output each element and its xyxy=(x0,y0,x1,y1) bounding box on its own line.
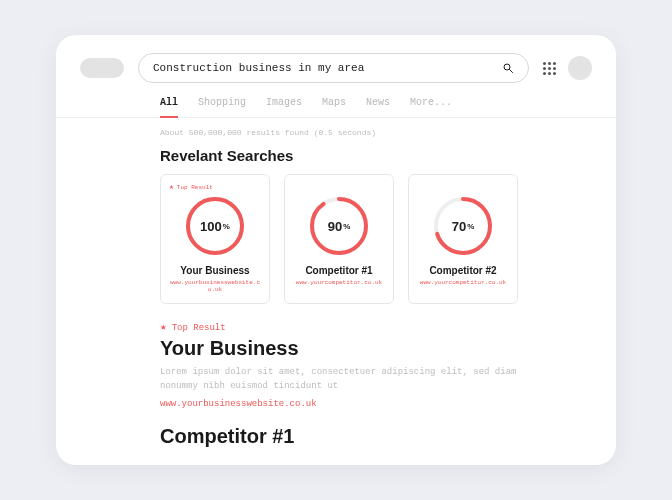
top-bar xyxy=(56,35,616,93)
tabs: All Shopping Images Maps News More... xyxy=(56,93,616,118)
tab-maps[interactable]: Maps xyxy=(322,93,346,117)
star-icon: ★ xyxy=(160,322,167,333)
result-description: Lorem ipsum dolor sit amet, consectetuer… xyxy=(160,366,520,393)
search-bar[interactable] xyxy=(138,53,529,83)
relevance-percent: 100% xyxy=(184,195,246,257)
results-body: About 500,000,000 results found (0.5 sec… xyxy=(56,118,616,465)
relevance-card[interactable]: ★Top Result 100% Your Business www.yourb… xyxy=(160,174,270,304)
result-url[interactable]: www.yourbusinesswebsite.co.uk xyxy=(160,399,576,409)
relevance-card[interactable]: 70% Competitor #2 www.yourcompetitor.co.… xyxy=(408,174,518,304)
relevance-ring: 70% xyxy=(432,195,494,257)
relevance-cards: ★Top Result 100% Your Business www.yourb… xyxy=(160,174,616,304)
apps-grid-icon[interactable] xyxy=(543,62,556,75)
relevance-percent: 90% xyxy=(308,195,370,257)
search-input[interactable] xyxy=(153,62,494,74)
tab-more[interactable]: More... xyxy=(410,93,452,117)
logo-placeholder xyxy=(80,58,124,78)
top-result-badge: ★Top Result xyxy=(169,183,213,191)
card-url[interactable]: www.yourcompetitor.co.uk xyxy=(420,279,506,286)
card-title: Competitor #1 xyxy=(305,265,372,276)
card-url[interactable]: www.yourcompetitor.co.uk xyxy=(296,279,382,286)
tab-news[interactable]: News xyxy=(366,93,390,117)
svg-line-1 xyxy=(510,70,513,73)
relevance-ring: 90% xyxy=(308,195,370,257)
card-url[interactable]: www.yourbusinesswebsite.co.uk xyxy=(169,279,261,293)
top-result-badge: ★Top Result xyxy=(160,322,576,333)
result-title[interactable]: Your Business xyxy=(160,337,576,360)
results-stats: About 500,000,000 results found (0.5 sec… xyxy=(160,128,616,137)
relevance-ring: 100% xyxy=(184,195,246,257)
card-title: Competitor #2 xyxy=(429,265,496,276)
search-result: ★Top Result Your Business Lorem ipsum do… xyxy=(160,322,616,409)
star-icon: ★ xyxy=(169,183,174,191)
result-title[interactable]: Competitor #1 xyxy=(160,425,576,448)
tab-all[interactable]: All xyxy=(160,93,178,118)
relevance-percent: 70% xyxy=(432,195,494,257)
search-results-window: All Shopping Images Maps News More... Ab… xyxy=(56,35,616,465)
relevance-card[interactable]: 90% Competitor #1 www.yourcompetitor.co.… xyxy=(284,174,394,304)
tab-images[interactable]: Images xyxy=(266,93,302,117)
search-icon[interactable] xyxy=(502,62,514,74)
avatar[interactable] xyxy=(568,56,592,80)
svg-point-0 xyxy=(504,64,510,70)
card-title: Your Business xyxy=(180,265,249,276)
section-heading-relevant: Revelant Searches xyxy=(160,147,616,164)
tab-shopping[interactable]: Shopping xyxy=(198,93,246,117)
search-result: Competitor #1 xyxy=(160,425,616,448)
